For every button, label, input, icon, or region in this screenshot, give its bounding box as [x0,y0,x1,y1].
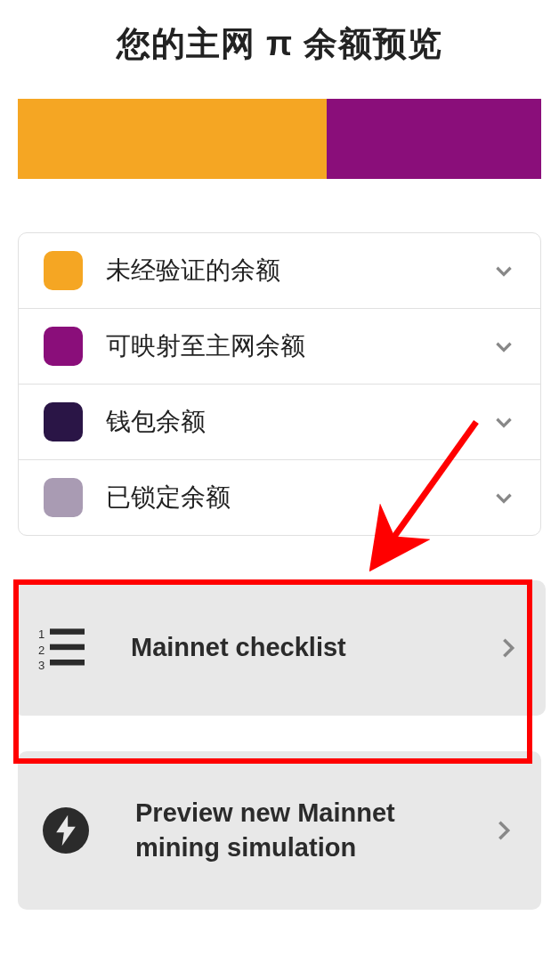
progress-segment-transferrable [327,99,541,179]
checklist-label: Mainnet checklist [131,630,496,665]
svg-rect-5 [50,660,85,666]
swatch-gray [44,478,83,517]
swatch-orange [44,251,83,290]
chevron-down-icon [492,486,515,509]
legend-label: 未经验证的余额 [106,254,492,288]
chevron-down-icon [492,410,515,433]
swatch-purple [44,327,83,366]
mining-simulation-card[interactable]: Preview new Mainnet mining simulation [18,751,541,910]
legend-label: 已锁定余额 [106,481,492,514]
balance-legend-card: 未经验证的余额 可映射至主网余额 钱包余额 已锁定余额 [18,232,541,536]
mainnet-checklist-card[interactable]: 1 2 3 Mainnet checklist [13,580,546,716]
legend-row-unverified[interactable]: 未经验证的余额 [19,233,540,309]
svg-text:2: 2 [38,644,45,657]
legend-row-locked[interactable]: 已锁定余额 [19,460,540,535]
svg-rect-3 [50,644,85,651]
balance-progress-bar [18,99,541,179]
legend-row-wallet[interactable]: 钱包余额 [19,385,540,460]
legend-label: 钱包余额 [106,405,492,439]
page-title: 您的主网 π 余额预览 [0,0,559,99]
chevron-right-icon [491,818,516,843]
chevron-down-icon [492,335,515,358]
lightning-icon [43,807,89,854]
svg-text:3: 3 [38,659,45,671]
legend-row-transferrable[interactable]: 可映射至主网余额 [19,309,540,385]
svg-rect-1 [50,628,85,635]
legend-label: 可映射至主网余额 [106,329,492,363]
swatch-dark [44,402,83,441]
chevron-down-icon [492,259,515,282]
checklist-icon: 1 2 3 [38,625,85,671]
chevron-right-icon [496,636,521,660]
simulation-label: Preview new Mainnet mining simulation [135,796,491,865]
svg-text:1: 1 [38,628,45,641]
progress-segment-unverified [18,99,327,179]
